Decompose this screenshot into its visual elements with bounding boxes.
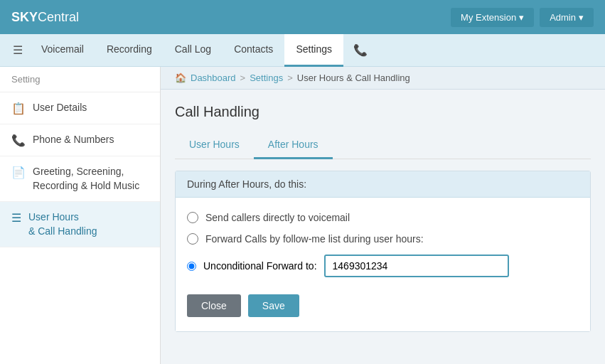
sidebar: Setting 📋 User Details 📞 Phone & Numbers…	[0, 67, 161, 364]
sidebar-item-label: User Hours & Call Handling	[28, 210, 97, 238]
radio-follow-me-input[interactable]	[187, 233, 198, 245]
hamburger-button[interactable]: ☰	[6, 39, 30, 61]
sidebar-item-label: Greeting, Screening, Recording & Hold Mu…	[33, 165, 139, 193]
admin-button[interactable]: Admin ▾	[540, 8, 594, 27]
page-title: Call Handling	[175, 104, 591, 120]
navbar: SKYCentral My Extension ▾ Admin ▾	[0, 0, 605, 34]
sidebar-item-user-hours[interactable]: ☰ User Hours & Call Handling	[0, 202, 160, 247]
radio-unconditional: Unconditional Forward to:	[187, 255, 579, 277]
radio-follow-me: Forward Calls by follow-me list during u…	[187, 233, 579, 245]
tab-recording[interactable]: Recording	[95, 34, 164, 67]
breadcrumb-dashboard[interactable]: Dashboard	[191, 73, 236, 83]
tab-voicemail[interactable]: Voicemail	[30, 34, 95, 67]
phone-numbers-icon: 📞	[11, 134, 26, 147]
sidebar-setting-label: Setting	[0, 67, 160, 92]
tab-after-hours[interactable]: After Hours	[254, 132, 333, 159]
brand-sky: SKY	[11, 10, 38, 24]
inner-tabs: User Hours After Hours	[175, 132, 591, 159]
tabbar: ☰ Voicemail Recording Call Log Contacts …	[0, 34, 605, 67]
breadcrumb-dashboard-icon: 🏠	[175, 73, 186, 83]
phone-icon[interactable]: 📞	[343, 43, 378, 57]
breadcrumb-sep-2: >	[287, 73, 293, 83]
radio-group: Send callers directly to voicemail Forwa…	[187, 212, 579, 277]
tab-calllog[interactable]: Call Log	[164, 34, 223, 67]
my-extension-button[interactable]: My Extension ▾	[451, 8, 534, 27]
layout: Setting 📋 User Details 📞 Phone & Numbers…	[0, 67, 605, 364]
sidebar-item-greeting[interactable]: 📄 Greeting, Screening, Recording & Hold …	[0, 156, 160, 202]
sidebar-item-label: User Details	[33, 101, 87, 115]
my-extension-chevron-icon: ▾	[519, 12, 524, 23]
breadcrumb: 🏠 Dashboard > Settings > User Hours & Ca…	[161, 67, 605, 90]
main-content: 🏠 Dashboard > Settings > User Hours & Ca…	[161, 67, 605, 364]
sidebar-item-user-details[interactable]: 📋 User Details	[0, 92, 160, 124]
tab-contacts[interactable]: Contacts	[223, 34, 284, 67]
card-header: During After Hours, do this:	[176, 171, 590, 198]
radio-voicemail: Send callers directly to voicemail	[187, 212, 579, 223]
card-body: Send callers directly to voicemail Forwa…	[176, 198, 590, 331]
navbar-actions: My Extension ▾ Admin ▾	[451, 8, 594, 27]
breadcrumb-settings[interactable]: Settings	[250, 73, 283, 83]
admin-chevron-icon: ▾	[579, 12, 584, 23]
brand: SKYCentral	[11, 10, 451, 25]
user-hours-icon: ☰	[11, 211, 21, 225]
radio-voicemail-input[interactable]	[187, 212, 198, 223]
greeting-icon: 📄	[11, 166, 26, 179]
button-row: Close Save	[187, 294, 579, 317]
save-button[interactable]: Save	[248, 294, 299, 317]
close-button[interactable]: Close	[187, 294, 241, 317]
radio-follow-me-label: Forward Calls by follow-me list during u…	[205, 233, 424, 245]
breadcrumb-current: User Hours & Call Handling	[297, 73, 410, 83]
call-handling-card: During After Hours, do this: Send caller…	[175, 171, 591, 332]
sidebar-item-phone-numbers[interactable]: 📞 Phone & Numbers	[0, 124, 160, 156]
user-details-icon: 📋	[11, 102, 26, 115]
content-area: Call Handling User Hours After Hours Dur…	[161, 90, 605, 346]
forward-number-input[interactable]	[324, 255, 509, 277]
admin-label: Admin	[550, 12, 576, 23]
brand-central: Central	[38, 10, 79, 24]
radio-unconditional-label: Unconditional Forward to:	[203, 260, 317, 272]
tab-user-hours[interactable]: User Hours	[175, 132, 254, 159]
sidebar-item-label: Phone & Numbers	[33, 133, 114, 147]
radio-unconditional-input[interactable]	[187, 262, 196, 271]
radio-voicemail-label: Send callers directly to voicemail	[205, 212, 350, 223]
tab-settings[interactable]: Settings	[284, 34, 343, 67]
breadcrumb-sep-1: >	[240, 73, 246, 83]
my-extension-label: My Extension	[461, 12, 516, 23]
